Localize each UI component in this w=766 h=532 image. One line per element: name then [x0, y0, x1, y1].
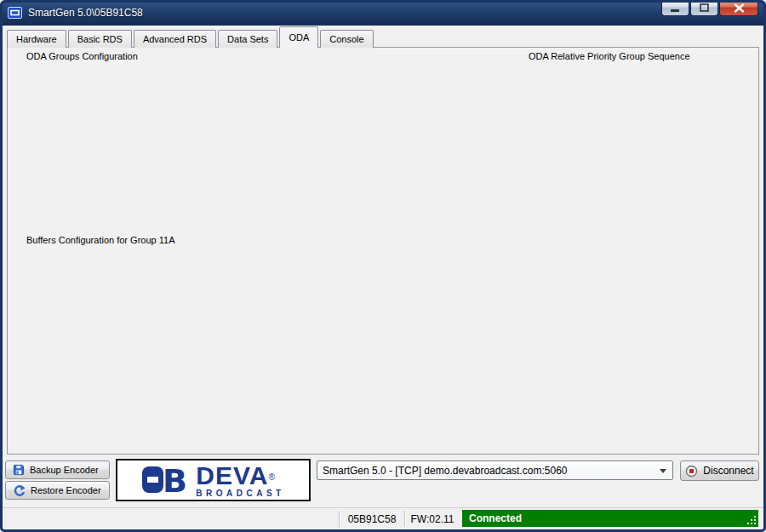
oda-priority-title: ODA Relative Priority Group Sequence	[525, 51, 694, 61]
oda-tab-page	[7, 47, 759, 455]
tab-oda[interactable]: ODA	[279, 26, 318, 48]
backup-label: Backup Encoder	[30, 465, 99, 475]
disconnect-button[interactable]: Disconnect	[680, 460, 759, 481]
title-bar: SmartGen 5.0\05B91C58	[0, 0, 766, 26]
tab-hardware[interactable]: Hardware	[7, 30, 66, 48]
firmware-version: FW:02.11	[405, 508, 460, 529]
logo-registered-mark: ®	[268, 472, 274, 482]
buffers-configuration-title: Buffers Configuration for Group 11A	[23, 235, 178, 245]
restore-arrow-icon	[13, 485, 26, 496]
tab-console[interactable]: Console	[320, 30, 373, 48]
tab-label: ODA	[289, 32, 309, 43]
disconnect-label: Disconnect	[703, 465, 753, 477]
maximize-icon	[700, 3, 709, 12]
deva-broadcast-logo: B DEVA® BROADCAST	[116, 459, 311, 501]
close-icon	[734, 3, 745, 13]
connection-value: SmartGen 5.0 - [TCP] demo.devabroadcast.…	[323, 465, 567, 477]
tab-strip: Hardware Basic RDS Advanced RDS Data Set…	[7, 28, 375, 48]
tab-label: Hardware	[16, 34, 57, 44]
status-bar: 05B91C58 FW:02.11 Connected	[3, 507, 763, 529]
chevron-down-icon	[660, 469, 666, 473]
connection-combobox[interactable]: SmartGen 5.0 - [TCP] demo.devabroadcast.…	[317, 460, 673, 480]
maximize-button[interactable]	[690, 0, 718, 16]
restore-encoder-button[interactable]: Restore Encoder	[5, 481, 110, 500]
tab-basic-rds[interactable]: Basic RDS	[68, 30, 132, 48]
device-id: 05B91C58	[340, 508, 404, 529]
tab-label: Basic RDS	[77, 34, 123, 44]
tab-label: Advanced RDS	[143, 34, 207, 44]
restore-label: Restore Encoder	[31, 485, 101, 495]
minimize-icon	[671, 4, 680, 12]
backup-encoder-button[interactable]: Backup Encoder	[5, 460, 110, 479]
resize-grip-icon[interactable]	[747, 516, 757, 526]
app-icon	[8, 7, 22, 19]
connection-status-panel: Connected	[462, 510, 758, 527]
disconnect-record-icon	[685, 465, 698, 478]
minimize-button[interactable]	[661, 0, 689, 16]
logo-sub-text: BROADCAST	[196, 489, 284, 498]
tab-label: Data Sets	[227, 34, 268, 44]
window-title: SmartGen 5.0\05B91C58	[28, 7, 143, 19]
logo-main-text: DEVA	[196, 461, 268, 489]
tab-advanced-rds[interactable]: Advanced RDS	[134, 30, 216, 48]
floppy-disk-icon	[13, 464, 25, 476]
tab-data-sets[interactable]: Data Sets	[218, 30, 277, 48]
tab-label: Console	[329, 34, 363, 44]
connection-status-text: Connected	[469, 512, 522, 524]
close-button[interactable]	[719, 0, 758, 16]
svg-text:B: B	[163, 464, 187, 496]
db-logo-icon: B	[141, 464, 189, 496]
oda-groups-configuration-title: ODA Groups Configuration	[23, 51, 141, 61]
